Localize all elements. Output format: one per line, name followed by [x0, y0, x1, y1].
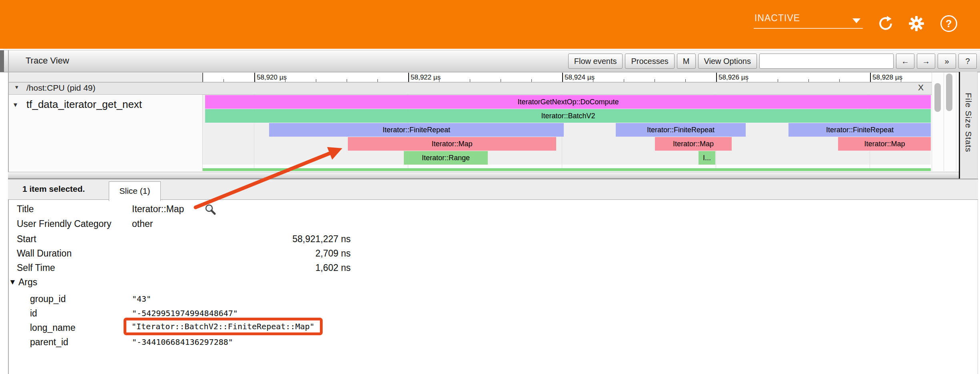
toolbar-controls: Flow eventsProcessesMView Options ←→»? [568, 54, 977, 69]
detail-row-title: TitleIterator::Map [8, 202, 488, 216]
ruler-minor-tick [778, 79, 778, 82]
tab-slice[interactable]: Slice (1) [109, 181, 161, 201]
ruler-minor-tick [316, 79, 316, 82]
close-icon[interactable]: X [915, 83, 927, 94]
selection-status: 1 item selected. [22, 184, 85, 194]
bottom-green-strip [203, 168, 931, 171]
ruler-minor-tick [808, 79, 809, 82]
toolbar-button-processes[interactable]: Processes [625, 54, 674, 69]
ruler-tick-label: 58,926 µs [719, 73, 748, 82]
arg-value-group-id: "43" [132, 292, 151, 306]
horizontal-splitter[interactable] [8, 172, 959, 179]
detail-row-start: Start58,921,227 ns [8, 232, 488, 246]
arg-row-group-id: group_id"43" [8, 292, 488, 306]
magnifier-icon[interactable] [204, 203, 216, 215]
ruler-left-filler [9, 73, 202, 82]
detail-label: Start [17, 232, 36, 246]
args-label: Args [18, 275, 37, 289]
trace-slice-iterator-batchv2[interactable]: Iterator::BatchV2 [205, 109, 931, 123]
detail-label: Title [17, 202, 34, 216]
ruler-minor-tick [224, 79, 224, 82]
time-ruler[interactable]: 58,920 µs58,922 µs58,924 µs58,926 µs58,9… [202, 73, 931, 82]
ruler-minor-tick [501, 79, 501, 82]
chevron-down-icon [852, 18, 860, 23]
ruler-minor-tick [901, 79, 901, 82]
trace-slice-iterator-map[interactable]: Iterator::Map [348, 137, 556, 151]
nav-left-button[interactable]: ← [896, 54, 914, 69]
nav-more-button[interactable]: » [938, 54, 956, 69]
canvas-white-band [203, 165, 931, 168]
arg-key: parent_id [30, 335, 68, 349]
detail-label: Wall Duration [17, 246, 72, 261]
arg-value-long-name: "Iterator::BatchV2::FiniteRepeat::Map" [124, 318, 323, 335]
ruler-minor-tick [439, 79, 439, 82]
nav-right-button[interactable]: → [917, 54, 935, 69]
ruler-tick-label: 58,922 µs [411, 73, 441, 82]
trace-view-toolbar: Trace View Flow eventsProcessesMView Opt… [0, 50, 980, 72]
arg-value-parent-id: "-344106684136297288" [132, 335, 233, 349]
trace-view-title: Trace View [26, 56, 69, 66]
search-input[interactable] [759, 54, 894, 69]
ruler-minor-tick [624, 79, 624, 82]
detail-row-wall-duration: Wall Duration2,709 ns [8, 246, 488, 261]
thread-label: tf_data_iterator_get_next [26, 98, 142, 111]
detail-label: User Friendly Category [17, 217, 111, 231]
ruler-tick-label: 58,924 µs [565, 73, 595, 82]
process-label: /host:CPU (pid 49) [26, 83, 96, 93]
collapse-caret-icon[interactable]: ▾ [14, 100, 17, 109]
scrollbar-thumb[interactable] [946, 74, 952, 111]
app-header: INACTIVE ? [0, 0, 980, 49]
details-tab-bar: 1 item selected. Slice (1) [8, 179, 978, 200]
trace-slice-i[interactable]: I... [699, 151, 715, 165]
side-notch [0, 50, 4, 72]
detail-value-self-time: 1,602 ns [132, 261, 351, 275]
gear-icon[interactable] [908, 15, 925, 32]
ruler-major-tick [716, 73, 717, 82]
trace-slice-iterator-map[interactable]: Iterator::Map [838, 137, 931, 151]
arg-row-parent-id: parent_id"-344106684136297288" [8, 335, 488, 349]
scrollbar-thumb[interactable] [934, 83, 941, 112]
trace-slice-iterator-map[interactable]: Iterator::Map [655, 137, 732, 151]
help-icon[interactable]: ? [940, 15, 957, 32]
collapse-triangle-icon[interactable]: ▼ [9, 275, 16, 289]
detail-value-user-friendly-category: other [132, 217, 153, 231]
run-selector-value: INACTIVE [754, 13, 800, 24]
detail-value-start: 58,921,227 ns [132, 232, 351, 246]
arg-key: long_name [30, 320, 76, 335]
ruler-minor-tick [655, 79, 655, 82]
detail-label: Self Time [17, 261, 55, 275]
toolbar-button-view-options[interactable]: View Options [698, 54, 757, 69]
timeline-canvas[interactable]: IteratorGetNextOp::DoComputeIterator::Ba… [202, 95, 931, 171]
ruler-tick-label: 58,928 µs [872, 73, 902, 82]
ruler-minor-tick [377, 79, 378, 82]
process-header-row[interactable]: ▾ /host:CPU (pid 49) X [9, 82, 932, 95]
arg-key: group_id [30, 292, 66, 306]
ruler-minor-tick [470, 79, 470, 82]
toolbar-button-group: Flow eventsProcessesMView Options [568, 54, 757, 69]
toolbar-button-m[interactable]: M [677, 54, 696, 69]
ruler-major-tick [870, 73, 871, 82]
ruler-major-tick [254, 73, 255, 82]
trace-slice-iterator-finiterepeat[interactable]: Iterator::FiniteRepeat [788, 123, 931, 137]
toolbar-button-flow-events[interactable]: Flow events [568, 54, 623, 69]
nav-help-button[interactable]: ? [958, 54, 977, 69]
trace-slice-iterator-finiterepeat[interactable]: Iterator::FiniteRepeat [616, 123, 746, 137]
refresh-icon[interactable] [877, 15, 894, 32]
ruler-minor-tick [593, 79, 593, 82]
trace-slice-iterator-range[interactable]: Iterator::Range [404, 151, 488, 165]
app-root: INACTIVE ? Trace View Flow eventsProcess… [0, 0, 980, 374]
ruler-minor-tick [347, 79, 347, 82]
arg-row-long-name: long_name"Iterator::BatchV2::FiniteRepea… [8, 320, 488, 335]
args-section-header: ▼ Args [8, 275, 488, 289]
trace-slice-iteratorgetnextop-docompute[interactable]: IteratorGetNextOp::DoCompute [205, 95, 931, 109]
trace-slice-iterator-finiterepeat[interactable]: Iterator::FiniteRepeat [269, 123, 564, 137]
detail-row-user-friendly-category: User Friendly Categoryother [8, 217, 488, 231]
ruler-minor-tick [747, 79, 747, 82]
detail-value-title: Iterator::Map [132, 202, 184, 216]
toolbar-nav-group: ←→»? [896, 54, 977, 69]
collapse-caret-icon[interactable]: ▾ [15, 84, 18, 91]
ruler-tick-label: 58,920 µs [257, 73, 287, 82]
ruler-major-tick [408, 73, 409, 82]
arg-key: id [30, 306, 37, 320]
run-selector-dropdown[interactable]: INACTIVE [754, 12, 863, 29]
